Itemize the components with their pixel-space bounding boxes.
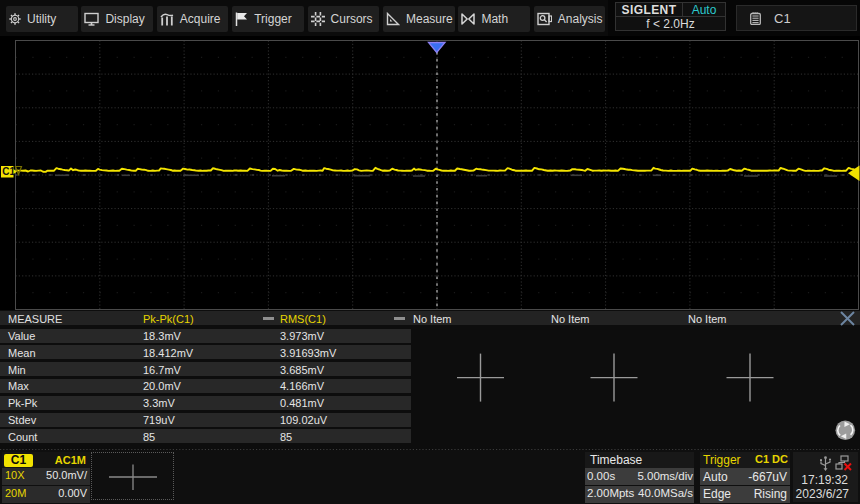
svg-text:C1: C1 — [2, 166, 15, 177]
